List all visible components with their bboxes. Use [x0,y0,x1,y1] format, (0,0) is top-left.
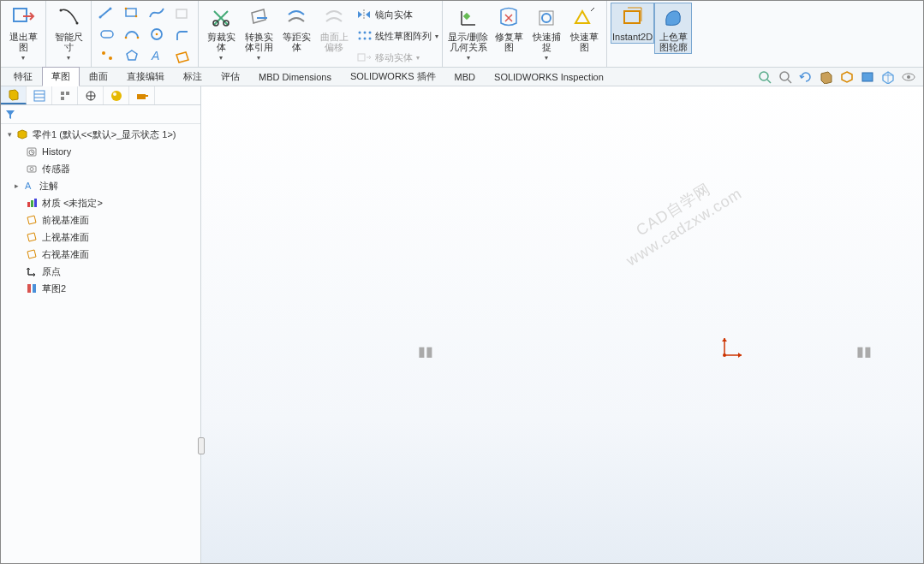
configuration-manager-tab[interactable] [52,86,78,104]
group-relations: 显示/删除 几何关系 ▾ 修复草 图 快速捕 捉 ▾ 快速草 图 [443,1,607,68]
fillet-tool-button[interactable] [170,26,194,46]
section-view-icon[interactable] [819,69,834,85]
svg-point-41 [111,91,122,101]
svg-text:A: A [151,49,159,62]
dropdown-caret-icon: ▾ [257,54,260,62]
group-dimension: 智能尺 寸 ▾ [46,1,92,68]
offset-entities-button[interactable]: 等距实 体 [277,3,315,54]
zoom-area-icon[interactable] [778,69,793,85]
exit-sketch-button[interactable]: 退出草 图 ▾ [4,3,42,63]
arc-tool-button[interactable] [120,24,144,45]
spline-tool-button[interactable] [145,3,169,23]
tab-evaluate[interactable]: 评估 [212,67,249,86]
graphics-area[interactable]: CAD自学网 www.cadzxw.com ▮▮ ▮▮ [201,86,923,563]
trim-button[interactable]: 剪裁实 体 ▾ [202,3,240,63]
svg-point-7 [135,15,138,18]
display-manager-tab[interactable] [104,86,129,104]
view-orientation-icon[interactable] [839,69,855,85]
tree-top-plane[interactable]: 上视基准面 [1,229,200,246]
zoom-fit-icon[interactable] [757,69,772,85]
svg-rect-52 [27,284,31,293]
previous-view-icon[interactable] [798,69,814,85]
tree-right-plane[interactable]: 右视基准面 [1,246,200,263]
line-tool-button[interactable] [95,3,119,23]
repair-sketch-button[interactable]: 修复草 图 [490,3,528,54]
tab-sw-addins[interactable]: SOLIDWORKS 插件 [341,67,445,86]
rapid-sketch-button[interactable]: 快速草 图 [565,3,603,54]
display-style-icon[interactable] [860,69,875,85]
edit-appearance-icon[interactable] [901,69,916,85]
trim-icon [209,6,233,30]
feature-manager-panel: ▾ 零件1 (默认<<默认>_显示状态 1>) History 传感器 ▸ A … [1,86,201,563]
group-modify: 剪裁实 体 ▾ 转换实 体引用 ▾ 等距实 体 曲面上 偏移 镜向实体 线性草图… [199,1,443,68]
tree-filter-row[interactable] [1,105,200,124]
svg-rect-17 [176,9,187,18]
property-manager-tab[interactable] [27,86,52,104]
svg-rect-27 [462,13,469,20]
tab-markup[interactable]: 标注 [174,67,212,86]
tab-surfaces[interactable]: 曲面 [80,67,117,86]
instant2d-button[interactable]: Instant2D [611,3,654,44]
surface-offset-label: 曲面上 偏移 [320,32,349,52]
tree-history[interactable]: History [1,143,200,160]
quick-snap-button[interactable]: 快速捕 捉 ▾ [528,3,565,63]
sketch-origin-marker [719,335,745,360]
tree-material[interactable]: 材质 <未指定> [1,194,200,211]
svg-point-1 [60,9,63,12]
plane-tool-button[interactable] [170,47,194,68]
main-area: ▾ 零件1 (默认<<默认>_显示状态 1>) History 传感器 ▸ A … [1,86,923,563]
slot-tool-button[interactable] [95,24,119,45]
exit-sketch-icon [11,6,35,30]
tree-front-plane[interactable]: 前视基准面 [1,211,200,229]
tree-origin[interactable]: 原点 [1,263,200,280]
svg-rect-51 [34,199,37,207]
text-tool-button[interactable]: A [145,45,169,66]
dimxpert-manager-tab[interactable] [78,86,104,104]
manager-tab-strip [1,86,200,105]
mirror-label: 镜向实体 [375,9,413,21]
filter-icon [4,109,16,121]
tab-direct-edit[interactable]: 直接编辑 [117,67,174,86]
hide-show-icon[interactable] [880,69,896,85]
tree-root-part[interactable]: ▾ 零件1 (默认<<默认>_显示状态 1>) [1,126,200,143]
convert-entities-button[interactable]: 转换实 体引用 ▾ [240,3,277,63]
tab-features[interactable]: 特征 [4,67,42,86]
repair-label: 修复草 图 [495,32,523,52]
linear-pattern-button[interactable]: 线性草图阵列 ▾ [356,26,438,46]
svg-point-3 [99,16,102,19]
dropdown-caret-icon: ▾ [467,54,470,62]
svg-rect-39 [61,97,64,100]
show-relations-button[interactable]: 显示/删除 几何关系 ▾ [446,3,490,63]
ellipse-tool-button[interactable] [170,4,194,25]
origin-icon [25,264,39,278]
feature-manager-tab[interactable] [1,86,27,104]
tab-sketch[interactable]: 草图 [42,67,80,86]
svg-rect-8 [101,31,113,38]
instant2d-label: Instant2D [612,32,653,42]
shade-contour-button[interactable]: 上色草 图轮廓 [654,3,692,54]
cam-manager-tab[interactable] [129,86,155,104]
surface-offset-button: 曲面上 偏移 [315,3,353,54]
svg-point-32 [780,72,789,80]
rectangle-tool-button[interactable] [120,3,144,23]
tab-mbd-dimensions[interactable]: MBD Dimensions [249,68,341,86]
material-label: 材质 <未指定> [42,197,103,210]
smart-dimension-button[interactable]: 智能尺 寸 ▾ [50,3,87,63]
tree-annotations[interactable]: ▸ A 注解 [1,177,200,194]
circle-tool-button[interactable] [145,24,169,45]
tree-sensors[interactable]: 传感器 [1,160,200,177]
mirror-entities-button[interactable]: 镜向实体 [356,4,438,25]
tree-sketch2[interactable]: 草图2 [1,280,200,297]
history-label: History [42,146,71,157]
tab-mbd[interactable]: MBD [445,68,485,86]
command-manager-tabs: 特征 草图 曲面 直接编辑 标注 评估 MBD Dimensions SOLID… [1,68,923,86]
svg-point-54 [723,353,726,357]
tab-sw-inspection[interactable]: SOLIDWORKS Inspection [485,68,613,86]
svg-rect-0 [14,9,27,21]
sensors-icon [25,162,39,175]
panel-splitter-handle[interactable] [198,437,205,454]
point-tool-button[interactable] [95,45,119,66]
svg-point-24 [364,38,367,40]
polygon-tool-button[interactable] [120,45,144,66]
svg-point-13 [102,51,105,55]
